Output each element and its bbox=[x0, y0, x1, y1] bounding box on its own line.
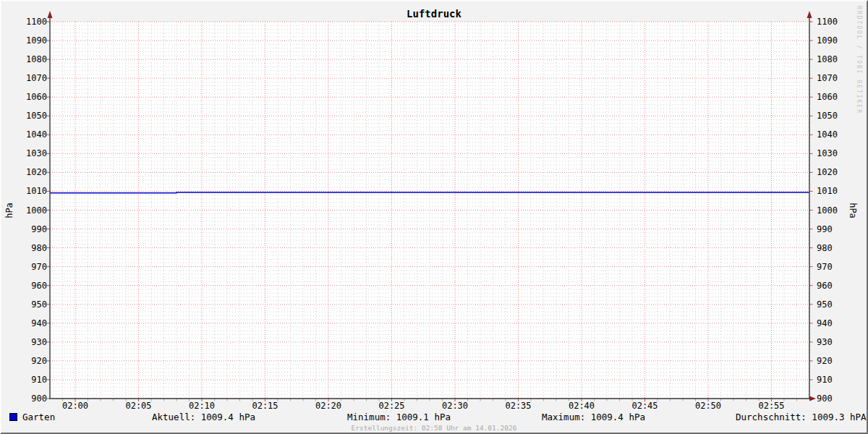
y-tick-label-left: 1000 bbox=[18, 205, 47, 216]
y-tick-label-left: 1030 bbox=[18, 148, 47, 158]
y-tick-label-left: 1100 bbox=[18, 17, 47, 27]
y-tick-label-left: 920 bbox=[18, 356, 47, 366]
y-tick-label-left: 1060 bbox=[18, 92, 47, 102]
stat-maximum: Maximum: 1009.4 hPa bbox=[542, 412, 645, 422]
x-tick-label: 02:15 bbox=[245, 401, 286, 411]
plot-area bbox=[1, 1, 868, 434]
y-tick-label-left: 910 bbox=[18, 375, 47, 385]
y-tick-label-right: 1020 bbox=[817, 167, 846, 177]
y-axis-unit-left: hPa bbox=[4, 196, 14, 225]
x-tick-label: 02:55 bbox=[752, 401, 792, 411]
y-tick-label-right: 1070 bbox=[817, 73, 846, 83]
y-tick-label-right: 1060 bbox=[817, 92, 846, 102]
y-tick-label-left: 970 bbox=[18, 262, 47, 272]
legend-color-swatch bbox=[9, 413, 17, 421]
x-tick-label: 02:05 bbox=[119, 401, 159, 411]
y-tick-label-left: 930 bbox=[18, 337, 47, 347]
stat-aktuell: Aktuell: 1009.4 hPa bbox=[152, 412, 255, 422]
y-tick-label-right: 1030 bbox=[817, 148, 846, 158]
y-tick-label-right: 990 bbox=[817, 224, 846, 234]
y-tick-label-right: 1100 bbox=[817, 17, 846, 27]
y-tick-label-left: 980 bbox=[18, 243, 47, 253]
y-tick-label-right: 960 bbox=[817, 281, 846, 291]
rrdtool-watermark: RRDTOOL / TOBI OETIKER bbox=[856, 6, 862, 114]
rrdtool-pressure-graph: Luftdruck 110011001090109010801080107010… bbox=[0, 0, 868, 434]
creation-time: Erstellungszeit: 02:58 Uhr am 14.01.2026 bbox=[1, 424, 867, 432]
x-tick-label: 02:10 bbox=[182, 401, 222, 411]
y-tick-label-left: 1050 bbox=[18, 111, 47, 121]
y-tick-label-right: 1080 bbox=[817, 54, 846, 64]
y-tick-label-left: 950 bbox=[18, 299, 47, 310]
y-axis-unit-right: hPa bbox=[848, 196, 858, 225]
y-tick-label-left: 960 bbox=[18, 281, 47, 291]
x-tick-label: 02:35 bbox=[498, 401, 539, 411]
y-tick-label-right: 930 bbox=[817, 337, 846, 347]
stat-durchschnitt: Durchschnitt: 1009.3 hPA bbox=[736, 412, 867, 422]
y-tick-label-right: 970 bbox=[817, 262, 846, 272]
y-tick-label-left: 1040 bbox=[18, 129, 47, 140]
y-tick-label-right: 950 bbox=[817, 299, 846, 310]
x-tick-label: 02:40 bbox=[561, 401, 602, 411]
y-tick-label-left: 1080 bbox=[18, 54, 47, 64]
x-tick-label: 02:45 bbox=[625, 401, 665, 411]
x-tick-label: 02:00 bbox=[55, 401, 95, 411]
stat-minimum: Minimum: 1009.1 hPa bbox=[347, 412, 451, 422]
x-tick-label: 02:30 bbox=[435, 401, 475, 411]
y-tick-label-right: 980 bbox=[817, 243, 846, 253]
x-tick-label: 02:50 bbox=[688, 401, 728, 411]
y-tick-label-right: 1010 bbox=[817, 186, 846, 196]
y-tick-label-right: 900 bbox=[817, 393, 846, 404]
x-tick-label: 02:25 bbox=[372, 401, 412, 411]
y-tick-label-right: 910 bbox=[817, 375, 846, 385]
y-tick-label-right: 1040 bbox=[817, 129, 846, 140]
y-tick-label-right: 1090 bbox=[817, 35, 846, 46]
y-tick-label-right: 920 bbox=[817, 356, 846, 366]
y-tick-label-left: 900 bbox=[18, 393, 47, 404]
x-tick-label: 02:20 bbox=[308, 401, 349, 411]
y-tick-label-left: 1090 bbox=[18, 35, 47, 46]
y-tick-label-left: 940 bbox=[18, 318, 47, 328]
y-tick-label-right: 1050 bbox=[817, 111, 846, 121]
y-tick-label-left: 990 bbox=[18, 224, 47, 234]
y-tick-label-right: 1000 bbox=[817, 205, 846, 216]
y-tick-label-right: 940 bbox=[817, 318, 846, 328]
y-tick-label-left: 1070 bbox=[18, 73, 47, 83]
legend-series-label: Garten bbox=[22, 412, 55, 422]
y-tick-label-left: 1010 bbox=[18, 186, 47, 196]
y-tick-label-left: 1020 bbox=[18, 167, 47, 177]
